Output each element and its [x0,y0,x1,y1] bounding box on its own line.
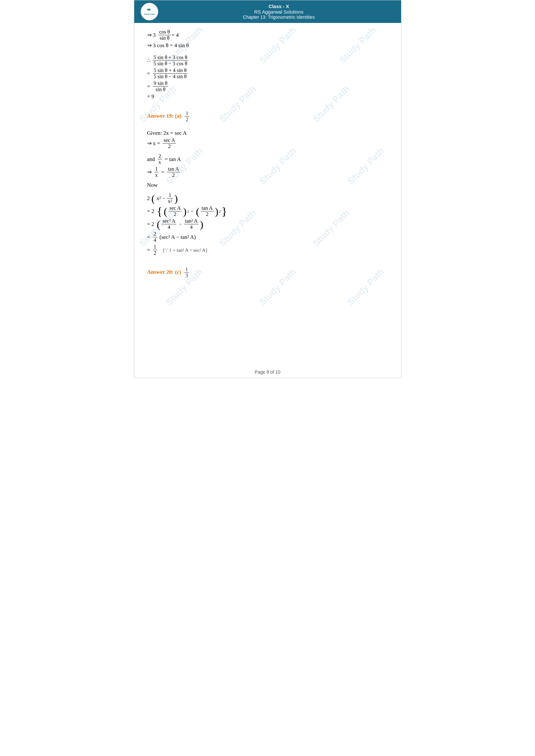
footer: Page 8 of 10 [134,369,401,375]
frac-den-1: sin θ [158,35,171,41]
fraction-2-4: 2 4 [153,231,157,243]
equals-prefix-3: = [147,83,151,90]
close-paren-2a: ) [183,206,187,217]
math-row-now: Now [147,182,388,188]
frac-den-3: 5 sin θ − 4 sin θ [153,74,187,79]
header: ✏ Study Path Class - X RS Aggarwal Solut… [134,0,401,23]
answer-20-frac-num: 1 [184,267,189,273]
math-row-2: ⇒ 3 cos θ = 4 sin θ [147,42,388,49]
open-paren-3: ( [157,219,160,230]
frac-num-3: 5 sin θ + 4 sin θ [153,68,187,74]
header-text: Class - X RS Aggarwal Solutions Chapter … [163,4,395,20]
logo-inner: ✏ Study Path [144,8,155,15]
answer-20-line: Answer 20: (c) 1 3 [147,267,388,279]
eq5-prefix: = [147,247,151,254]
answer-19-option: : (a) [172,113,182,119]
answer-20-label: Answer 20 [147,269,172,275]
frac-num-4: 9 sin θ [153,80,168,87]
close-paren-2b: ) [215,206,219,217]
and-suffix: = tan A [165,156,181,163]
frac-den-2: 5 sin θ − 3 cos θ [153,61,188,67]
fraction-1-2: 1 2 [153,244,157,256]
frac-1x2-den: x² [167,199,173,204]
frac-tanA-den: 2 [167,172,180,178]
fraction-3: 5 sin θ + 4 sin θ 5 sin θ − 4 sin θ [153,68,187,79]
frac-num-2: 5 sin θ + 3 cos θ [153,55,188,61]
frac-den-4: sin θ [153,87,168,93]
minus-2a: − [190,208,194,215]
frac-secA2-den: 2 [169,211,182,217]
answer-19-fraction: 1 2 [185,111,189,122]
fraction-2: 5 sin θ + 3 cos θ 5 sin θ − 3 cos θ [153,55,188,67]
open-paren-2a: ( [164,206,167,217]
open-paren-big: ( [152,193,155,203]
eq3-prefix: = 2 [147,221,154,228]
math-row-3: ∴ 5 sin θ + 3 cos θ 5 sin θ − 3 cos θ [147,55,388,67]
sup-2a: 2 [187,209,189,213]
fraction-tanA-2b: tan A 2 [201,205,213,217]
math-row-eq4: = 2 4 (sec² A − tan² A) [147,231,388,243]
chapter-line: Chapter 13: Trigonometric Identities [163,14,395,20]
frac-tanA2-num: tan A [201,205,213,211]
eq4-prefix: = [147,234,151,240]
implies2-eq: = [161,169,165,176]
frac-2-num: 2 [157,153,162,159]
frac-2-den: x [157,159,162,165]
implies-prefix-1: ⇒ 3 [147,32,156,39]
math-row-expr: 2 ( x² − 1 x² ) [147,192,388,204]
frac-2-4-num: 2 [153,231,157,237]
close-paren-3: ) [200,219,204,230]
equals-prefix-2: = [147,70,151,77]
answer-19-frac-num: 1 [185,111,189,117]
equals-1: = 4 [171,32,179,39]
therefore-symbol: ∴ [147,57,151,64]
page-number: Page 8 of 10 [255,369,280,375]
math-row-eq5: = 1 2 [∵ 1 + tan² A = sec² A] [147,244,388,256]
answer-19-line: Answer 19: (a) 1 2 [147,111,388,122]
frac-secA-num: sec A [163,137,176,144]
answer-19-label: Answer 19 [147,113,172,119]
math-row-1: ⇒ 3 cos θ sin θ = 4 [147,29,388,41]
fraction-tan2A-4: tan² A 4 [184,218,199,230]
frac-1-2-num: 1 [153,244,157,250]
implies-x-prefix: ⇒ x = [147,140,160,147]
frac-1-num: 1 [154,166,159,172]
frac-tan2A-den: 4 [184,224,199,230]
fraction-1-x2: 1 x² [167,192,173,204]
eq2-prefix: = 2 [147,208,154,215]
frac-tanA2-den: 2 [201,211,213,217]
math-row-implies2: ⇒ 1 x = tan A 2 [147,166,388,178]
implies2-prefix: ⇒ [147,169,152,176]
frac-num-1: cos θ [158,29,171,35]
frac-tan2A-num: tan² A [184,218,199,224]
content: ⇒ 3 cos θ sin θ = 4 ⇒ 3 cos θ = 4 sin θ … [134,23,401,291]
frac-sec2A-den: 4 [162,224,177,230]
x-squared: x² − [156,195,165,202]
given-text: Given: 2x = sec A [147,130,187,136]
answer-19-frac-den: 2 [185,117,189,122]
answer-20-frac-den: 3 [184,273,189,279]
frac-secA2-num: sec A [169,205,182,211]
and-prefix: and [147,156,155,163]
logo: ✏ Study Path [141,3,158,20]
logo-text: Study Path [144,13,155,15]
answer-20-option: : (c) [172,269,181,275]
math-row-eq2: = 2 { ( sec A 2 ) 2 − ( tan A 2 ) 2 } [147,205,388,217]
answer-20-fraction: 1 3 [184,267,189,279]
fraction-1x: 1 x [154,166,159,178]
frac-tanA-num: tan A [167,166,180,172]
close-paren-big: ) [174,193,178,203]
open-curly: { [157,205,162,217]
math-row-given: Given: 2x = sec A [147,130,388,136]
expr-2: 2 [147,195,150,202]
math-row-x: ⇒ x = sec A 2 [147,137,388,149]
fraction-sec2A-4: sec² A 4 [162,218,177,230]
frac-secA-den: 2 [163,144,176,149]
fraction-secA-2a: sec A 2 [169,205,182,217]
math-row-eq3: = 2 ( sec² A 4 − tan² A 4 ) [147,218,388,230]
fraction-2-x: 2 x [157,153,162,165]
fraction-4: 9 sin θ sin θ [153,80,168,93]
math-row-and: and 2 x = tan A [147,153,388,165]
now-text: Now [147,182,158,188]
close-curly: } [222,205,227,217]
